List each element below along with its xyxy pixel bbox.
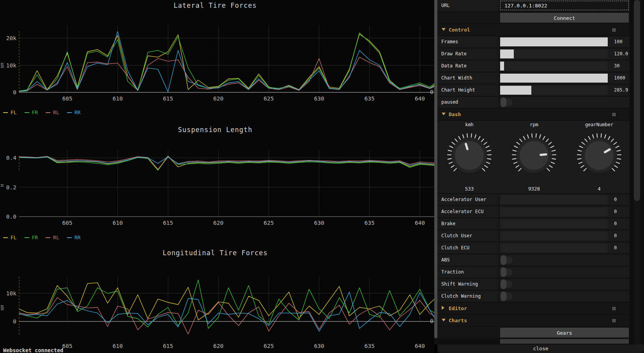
x-tick-label: 605 bbox=[62, 220, 72, 226]
chart-height-slider[interactable] bbox=[500, 86, 608, 95]
y-tick-label: 0 bbox=[13, 89, 16, 95]
charts-panel-scrollbar-thumb[interactable] bbox=[434, 0, 437, 338]
toggle-label: Shift Warning bbox=[441, 279, 478, 290]
drag-handle-icon[interactable] bbox=[612, 28, 613, 29]
series-group bbox=[17, 32, 434, 92]
clipped-chart-button[interactable] bbox=[500, 339, 629, 344]
column-divider bbox=[499, 218, 499, 229]
slider-fill bbox=[500, 37, 608, 46]
slider-label: Draw Rate bbox=[441, 48, 467, 60]
paused-toggle[interactable] bbox=[501, 99, 513, 106]
gearnumber-knob-dial[interactable] bbox=[576, 132, 623, 179]
abs-toggle[interactable] bbox=[501, 256, 513, 264]
chart-width-slider[interactable] bbox=[500, 74, 608, 83]
accelerator-user-slider[interactable] bbox=[500, 195, 608, 204]
x-tick-label: 615 bbox=[163, 95, 173, 102]
accelerator-ecu-slider[interactable] bbox=[500, 207, 608, 216]
clutch-warning-toggle[interactable] bbox=[501, 293, 513, 300]
section-header-dash[interactable]: Dash bbox=[437, 109, 630, 120]
gears-button[interactable]: Gears bbox=[500, 328, 629, 337]
knob-tick bbox=[581, 166, 584, 168]
close-button[interactable]: close bbox=[437, 344, 644, 353]
x-tick-label: 615 bbox=[163, 220, 173, 226]
knob-tick bbox=[549, 166, 552, 168]
clipped-next-chart-tick: 0 bbox=[430, 89, 433, 95]
legend-item-RL[interactable]: RL bbox=[46, 109, 59, 115]
knob-tick bbox=[548, 142, 551, 144]
slider-value: 0 bbox=[614, 242, 617, 254]
data-rate-slider[interactable] bbox=[500, 62, 608, 71]
drag-handle-icon[interactable] bbox=[612, 113, 613, 114]
legend-item-FR[interactable]: FR bbox=[25, 109, 38, 115]
kmh-knob-dial[interactable] bbox=[446, 132, 493, 179]
x-tick-label: 605 bbox=[62, 343, 72, 349]
drag-handle-icon[interactable] bbox=[612, 319, 613, 320]
brake-slider[interactable] bbox=[500, 219, 608, 228]
knob-value: 4 bbox=[568, 186, 630, 192]
knob-tick bbox=[449, 146, 453, 148]
toggle-row-paused: paused bbox=[437, 97, 630, 108]
y-tick-label: 0.0 bbox=[6, 214, 16, 220]
slider-value: 0 bbox=[614, 230, 617, 242]
knob-tick bbox=[536, 134, 536, 137]
url-input[interactable] bbox=[500, 1, 629, 10]
x-tick-label: 625 bbox=[264, 95, 274, 102]
toggle-row-abs: ABS bbox=[437, 254, 630, 266]
toggle-label: Clutch Warning bbox=[441, 291, 481, 302]
legend-item-FR[interactable]: FR bbox=[25, 235, 38, 240]
knob-tick bbox=[617, 150, 621, 151]
x-tick-label: 620 bbox=[213, 343, 223, 349]
shift-warning-toggle[interactable] bbox=[501, 281, 513, 288]
url-label: URL bbox=[441, 0, 450, 11]
knob-tick bbox=[471, 134, 472, 137]
knob-tick bbox=[601, 134, 602, 137]
knob-tick bbox=[551, 162, 554, 163]
legend-item-FL[interactable]: FL bbox=[3, 109, 17, 115]
panel-scrollbar-thumb[interactable] bbox=[634, 0, 640, 201]
column-divider bbox=[499, 72, 499, 84]
draw-rate-slider[interactable] bbox=[500, 49, 608, 58]
legend-item-RR[interactable]: RR bbox=[67, 109, 81, 115]
series-line-FL bbox=[17, 283, 434, 320]
x-tick-label: 605 bbox=[62, 95, 72, 102]
knob-tick bbox=[513, 150, 517, 151]
slider-row-brake: Brake0 bbox=[437, 218, 630, 229]
legend-item-RL[interactable]: RL bbox=[46, 235, 59, 240]
drag-handle-icon[interactable] bbox=[612, 307, 613, 308]
knob-tick bbox=[614, 166, 617, 168]
column-divider bbox=[499, 36, 499, 48]
traction-toggle[interactable] bbox=[501, 268, 513, 276]
toggle-knob bbox=[501, 267, 506, 277]
knob-face bbox=[585, 141, 614, 170]
legend-dash-icon bbox=[67, 237, 72, 238]
column-divider bbox=[499, 242, 499, 254]
legend-item-RR[interactable]: RR bbox=[67, 235, 81, 240]
y-tick-label: 0.2 bbox=[6, 184, 16, 191]
charts-panel-scrollbar bbox=[434, 0, 437, 344]
knob-tick bbox=[467, 134, 467, 137]
section-header-editor[interactable]: Editor bbox=[437, 303, 630, 314]
connect-button[interactable]: Connect bbox=[500, 13, 629, 23]
frames-slider[interactable] bbox=[500, 37, 608, 46]
knob-tick bbox=[616, 146, 619, 148]
slider-fill bbox=[500, 49, 514, 58]
toggle-knob bbox=[501, 279, 506, 289]
legend-item-FL[interactable]: FL bbox=[3, 235, 17, 240]
section-header-charts[interactable]: Charts bbox=[437, 315, 630, 326]
section-header-control[interactable]: Control bbox=[437, 24, 630, 35]
chart-title-lateral: Lateral Tire Forces bbox=[0, 2, 430, 9]
toggle-row-traction: Traction bbox=[437, 267, 630, 278]
knob-tick bbox=[546, 139, 548, 142]
knob-tick bbox=[579, 146, 582, 148]
rpm-knob-dial[interactable] bbox=[511, 132, 557, 179]
knob-value: 9328 bbox=[503, 186, 565, 192]
clutch-user-slider[interactable] bbox=[500, 231, 608, 240]
clutch-ecu-slider[interactable] bbox=[500, 244, 608, 252]
column-divider bbox=[499, 48, 499, 60]
knob-tick bbox=[589, 136, 590, 139]
knob-tick bbox=[608, 136, 610, 139]
knob-tick bbox=[486, 146, 489, 148]
knob-tick bbox=[585, 139, 587, 142]
slider-label: Frames bbox=[441, 36, 458, 48]
knob-tick bbox=[475, 135, 476, 138]
